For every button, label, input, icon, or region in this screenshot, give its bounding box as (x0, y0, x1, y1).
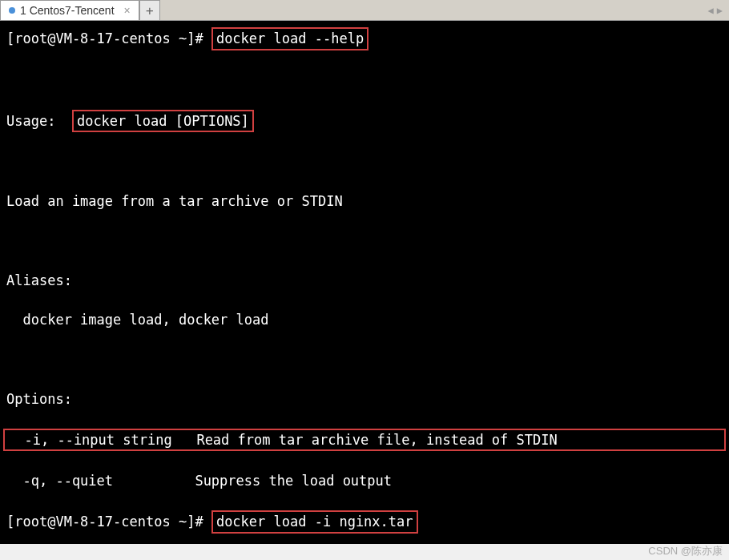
close-icon[interactable]: × (124, 4, 131, 17)
command-docker-load-nginx: docker load -i nginx.tar (211, 510, 418, 534)
terminal[interactable]: [root@VM-8-17-centos ~]# docker load --h… (0, 21, 729, 544)
watermark: CSDN @陈亦康 (648, 544, 723, 558)
option-input: -i, --input string Read from tar archive… (3, 429, 726, 452)
prompt: [root@VM-8-17-centos ~]# (6, 514, 203, 530)
usage-label: Usage: (6, 113, 55, 129)
aliases-text: docker image load, docker load (6, 310, 723, 330)
nav-right-icon[interactable]: ▶ (717, 5, 723, 16)
tab-status-icon (9, 7, 15, 14)
tab-bar: 1 Centos7-Tencent × + ◀ ▶ (0, 0, 729, 21)
aliases-label: Aliases: (6, 271, 723, 291)
nav-left-icon[interactable]: ◀ (708, 5, 714, 16)
usage-command: docker load [OPTIONS] (72, 110, 254, 133)
add-tab-button[interactable]: + (139, 0, 160, 20)
options-label: Options: (6, 389, 723, 409)
command-docker-load-help: docker load --help (211, 27, 369, 50)
option-quiet: -q, --quiet Suppress the load output (6, 471, 723, 491)
nav-arrows: ◀ ▶ (702, 0, 729, 20)
tab-centos[interactable]: 1 Centos7-Tencent × (0, 0, 139, 20)
tab-label: 1 Centos7-Tencent (20, 4, 115, 17)
prompt: [root@VM-8-17-centos ~]# (6, 30, 203, 46)
description: Load an image from a tar archive or STDI… (6, 191, 723, 212)
